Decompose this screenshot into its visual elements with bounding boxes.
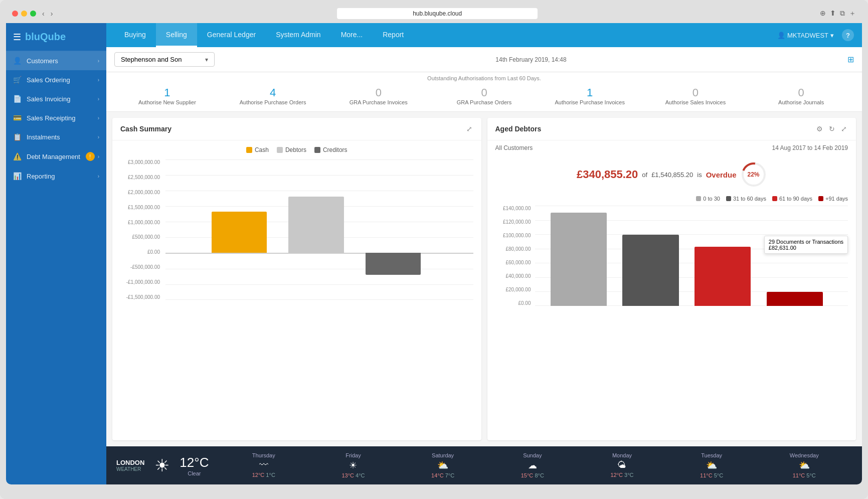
minimize-button[interactable] xyxy=(21,11,27,17)
aged-y8: £0.00 xyxy=(518,300,531,306)
aged-legend: 0 to 30 31 to 60 days 61 to 90 days xyxy=(487,194,856,206)
close-button[interactable] xyxy=(12,11,18,17)
auth-gra-invoices[interactable]: 0 GRA Purchase Invoices xyxy=(325,86,431,105)
weather-wed-hi: 11°C xyxy=(793,472,805,478)
hamburger-icon[interactable]: ☰ xyxy=(13,32,21,43)
weather-wed-temps: 11°C 5°C xyxy=(790,472,819,478)
yaxis-label: £3,000,000.00 xyxy=(128,159,160,165)
forward-button[interactable]: › xyxy=(49,9,55,19)
cash-summary-header: Cash Summary ⤢ xyxy=(112,118,481,140)
cash-yaxis: £3,000,000.00 £2,500,000.00 £2,000,000.0… xyxy=(120,159,163,300)
cash-plot-area xyxy=(165,159,473,300)
auth-journals[interactable]: 0 Authorise Journals xyxy=(748,86,854,105)
chevron-right-icon-2: › xyxy=(98,77,99,83)
nav-more[interactable]: More... xyxy=(331,23,373,47)
aged-debtors-title: Aged Debtors xyxy=(495,125,542,133)
sales-receipting-icon: 💳 xyxy=(13,114,22,122)
browser-action-1: ⊕ xyxy=(820,9,826,18)
sidebar: ☰ bluQube 👤 Customers › 🛒 Sales Ordering… xyxy=(6,23,106,484)
weather-sun-temps: 15°C 8°C xyxy=(521,472,544,478)
overdue-label: Overdue xyxy=(706,171,737,179)
auth-purchase-invoices[interactable]: 1 Authorise Purchase Invoices xyxy=(537,86,643,105)
maximize-button[interactable] xyxy=(30,11,36,17)
weather-mon-hi: 12°C xyxy=(610,472,623,478)
legend-debtors-dot xyxy=(277,147,283,153)
weather-fri-name: Friday xyxy=(341,452,365,458)
nav-general-ledger[interactable]: General Ledger xyxy=(197,23,266,47)
help-button[interactable]: ? xyxy=(842,29,854,41)
legend-61-90-label: 61 to 90 days xyxy=(779,196,812,202)
weather-desc: Clear xyxy=(180,470,209,476)
expand-cash-chart-button[interactable]: ⤢ xyxy=(465,124,473,134)
weather-mon: Monday 🌤 12°C 3°C xyxy=(610,452,633,478)
weather-thu-lo: 1°C xyxy=(266,472,275,478)
debt-badge: ! xyxy=(86,152,95,161)
legend-0-30-label: 0 to 30 xyxy=(703,196,720,202)
instalments-icon: 📋 xyxy=(13,133,22,141)
refresh-aged-button[interactable]: ↻ xyxy=(828,124,836,134)
yaxis-label: -£500,000.00 xyxy=(130,264,160,270)
aged-y3: £100,000.00 xyxy=(503,233,531,238)
weather-sat-name: Saturday xyxy=(431,452,454,458)
current-date: 14th February 2019, 14:48 xyxy=(495,56,566,63)
expand-aged-button[interactable]: ⤢ xyxy=(840,124,848,134)
weather-fri-temps: 13°C 4°C xyxy=(341,472,365,478)
sidebar-item-sales-receipting[interactable]: 💳 Sales Receipting › xyxy=(6,108,106,127)
weather-bar: LONDON WEATHER ☀ 12°C Clear Thursday 〰 1… xyxy=(106,446,862,484)
weather-mon-temps: 12°C 3°C xyxy=(610,472,633,478)
auth-sales-invoices[interactable]: 0 Authorise Sales Invoices xyxy=(643,86,749,105)
debt-management-icon: ⚠️ xyxy=(13,152,22,160)
legend-91-plus: +91 days xyxy=(818,196,848,202)
sidebar-label-sales-receipting: Sales Receipting xyxy=(27,114,76,122)
legend-61-90: 61 to 90 days xyxy=(772,196,812,202)
sidebar-item-instalments[interactable]: 📋 Instalments › xyxy=(6,127,106,146)
nav-report[interactable]: Report xyxy=(373,23,414,47)
legend-61-90-dot xyxy=(772,196,777,201)
aged-bar-31-60 xyxy=(622,235,678,306)
settings-aged-button[interactable]: ⚙ xyxy=(815,124,824,134)
sidebar-item-sales-ordering[interactable]: 🛒 Sales Ordering › xyxy=(6,70,106,89)
chevron-right-icon-6: › xyxy=(98,154,99,159)
browser-action-4[interactable]: ＋ xyxy=(849,9,856,18)
legend-cash: Cash xyxy=(246,146,269,153)
back-button[interactable]: ‹ xyxy=(40,9,47,19)
overdue-total: £1,540,855.20 xyxy=(651,171,693,179)
yaxis-label: £0.00 xyxy=(147,249,160,255)
grid-icon[interactable]: ⊞ xyxy=(847,55,854,64)
url-bar[interactable]: hub.bluqube.cloud xyxy=(337,8,538,19)
auth-new-supplier[interactable]: 1 Authorise New Supplier xyxy=(114,86,220,105)
auth-label-purchase-orders: Authorise Purchase Orders xyxy=(220,99,326,105)
weather-thu-hi: 12°C xyxy=(252,472,265,478)
zero-line xyxy=(165,253,473,254)
weather-wed: Wednesday ⛅ 11°C 5°C xyxy=(790,452,819,478)
auth-gra-orders[interactable]: 0 GRA Purchase Orders xyxy=(431,86,537,105)
sidebar-item-debt-management[interactable]: ⚠️ Debt Management ! › xyxy=(6,146,106,167)
legend-0-30-dot xyxy=(696,196,701,201)
auth-purchase-orders[interactable]: 4 Authorise Purchase Orders xyxy=(220,86,326,105)
weather-sat-temps: 14°C 7°C xyxy=(431,472,454,478)
user-menu[interactable]: 👤 MKTADWEST ▾ xyxy=(777,32,834,39)
weather-tue-icon: ⛅ xyxy=(700,460,723,471)
weather-thu: Thursday 〰 12°C 1°C xyxy=(252,452,275,478)
weather-tue-hi: 11°C xyxy=(700,472,713,478)
cash-bar xyxy=(212,212,267,253)
nav-buying[interactable]: Buying xyxy=(114,23,156,47)
weather-temp: 12°C xyxy=(180,455,209,470)
auth-count-purchase-orders: 4 xyxy=(220,86,326,99)
weather-fri-lo: 4°C xyxy=(356,472,365,478)
sidebar-item-sales-invoicing[interactable]: 📄 Sales Invoicing › xyxy=(6,89,106,108)
weather-wed-name: Wednesday xyxy=(790,452,819,458)
app-logo: bluQube xyxy=(25,31,66,43)
legend-debtors: Debtors xyxy=(277,146,306,153)
content-area: Cash Summary ⤢ Cash xyxy=(106,112,862,446)
company-selector[interactable]: Stephenson and Son ▾ xyxy=(114,52,215,67)
main-content: Buying Selling General Ledger System Adm… xyxy=(106,23,862,484)
sidebar-item-reporting[interactable]: 📊 Reporting › xyxy=(6,167,106,186)
weather-sat-hi: 14°C xyxy=(431,472,444,478)
nav-system-admin[interactable]: System Admin xyxy=(266,23,330,47)
nav-selling[interactable]: Selling xyxy=(156,23,197,47)
user-icon: 👤 xyxy=(777,32,785,39)
auth-label-gra-invoices: GRA Purchase Invoices xyxy=(325,99,431,105)
sidebar-item-customers[interactable]: 👤 Customers › xyxy=(6,51,106,70)
tooltip-line2: £82,631.00 xyxy=(769,245,843,251)
